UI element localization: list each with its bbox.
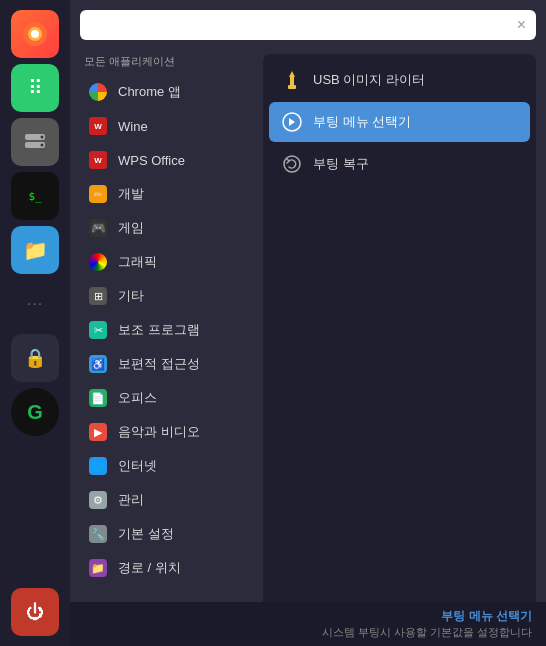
- category-office-icon: 📄: [86, 386, 110, 410]
- category-access[interactable]: ♿ 보편적 접근성: [80, 347, 255, 381]
- category-settings[interactable]: 🔧 기본 설정: [80, 517, 255, 551]
- svg-rect-8: [290, 77, 294, 85]
- category-location-label: 경로 / 위치: [118, 559, 181, 577]
- category-chrome[interactable]: Chrome 앱: [80, 75, 255, 109]
- status-title: 부팅 메뉴 선택기: [84, 608, 532, 625]
- category-media-icon: ▶: [86, 420, 110, 444]
- result-boot-menu-label: 부팅 메뉴 선택기: [313, 113, 411, 131]
- category-utils-icon: ✂: [86, 318, 110, 342]
- category-game-label: 게임: [118, 219, 144, 237]
- category-wine-label: Wine: [118, 119, 148, 134]
- sidebar-icon-firefox[interactable]: [11, 10, 59, 58]
- category-access-icon: ♿: [86, 352, 110, 376]
- category-dev-label: 개발: [118, 185, 144, 203]
- category-chrome-icon: [86, 80, 110, 104]
- category-graphic[interactable]: 그래픽: [80, 245, 255, 279]
- category-settings-icon: 🔧: [86, 522, 110, 546]
- category-other-icon: ⊞: [86, 284, 110, 308]
- category-internet-icon: 🌐: [86, 454, 110, 478]
- result-boot-restore-label: 부팅 복구: [313, 155, 369, 173]
- result-boot-restore[interactable]: 부팅 복구: [269, 144, 530, 184]
- search-clear-icon[interactable]: ×: [517, 16, 526, 34]
- status-description: 시스템 부팅시 사용할 기본값을 설정합니다: [84, 625, 532, 640]
- result-usb-image-writer[interactable]: USB 이미지 라이터: [269, 60, 530, 100]
- result-boot-restore-icon: [279, 151, 305, 177]
- status-bar: 부팅 메뉴 선택기 시스템 부팅시 사용할 기본값을 설정합니다: [70, 602, 546, 646]
- category-office[interactable]: 📄 오피스: [80, 381, 255, 415]
- sidebar-icon-terminal[interactable]: $_: [11, 172, 59, 220]
- category-manage-icon: ⚙: [86, 488, 110, 512]
- result-usb-icon: [279, 67, 305, 93]
- svg-point-11: [284, 156, 300, 172]
- svg-point-5: [41, 136, 44, 139]
- sidebar-separator: ···: [11, 280, 59, 328]
- section-title: 모든 애플리케이션: [80, 54, 255, 69]
- category-other-label: 기타: [118, 287, 144, 305]
- category-location[interactable]: 📁 경로 / 위치: [80, 551, 255, 585]
- category-wps-label: WPS Office: [118, 153, 185, 168]
- category-other[interactable]: ⊞ 기타: [80, 279, 255, 313]
- columns: 모든 애플리케이션 Chrome 앱 W Wine W WPS: [80, 54, 536, 636]
- category-settings-label: 기본 설정: [118, 525, 174, 543]
- category-internet[interactable]: 🌐 인터넷: [80, 449, 255, 483]
- category-manage-label: 관리: [118, 491, 144, 509]
- category-graphic-icon: [86, 250, 110, 274]
- search-bar: 부팅 ×: [80, 10, 536, 40]
- category-graphic-label: 그래픽: [118, 253, 157, 271]
- category-wine[interactable]: W Wine: [80, 109, 255, 143]
- sidebar: ⠿ $_ 📁 ··· 🔒 G ⏻: [0, 0, 70, 646]
- sidebar-icon-grammarly[interactable]: G: [11, 388, 59, 436]
- category-game[interactable]: 🎮 게임: [80, 211, 255, 245]
- category-wine-icon: W: [86, 114, 110, 138]
- sidebar-icon-power[interactable]: ⏻: [11, 588, 59, 636]
- result-boot-menu[interactable]: 부팅 메뉴 선택기: [269, 102, 530, 142]
- category-media[interactable]: ▶ 음악과 비디오: [80, 415, 255, 449]
- category-utils[interactable]: ✂ 보조 프로그램: [80, 313, 255, 347]
- category-game-icon: 🎮: [86, 216, 110, 240]
- svg-point-2: [31, 30, 39, 38]
- category-chrome-label: Chrome 앱: [118, 83, 181, 101]
- category-dev[interactable]: ✏ 개발: [80, 177, 255, 211]
- svg-point-6: [41, 144, 44, 147]
- result-boot-menu-icon: [279, 109, 305, 135]
- right-column: USB 이미지 라이터 부팅 메뉴 선택기: [263, 54, 536, 636]
- result-usb-label: USB 이미지 라이터: [313, 71, 425, 89]
- category-internet-label: 인터넷: [118, 457, 157, 475]
- category-office-label: 오피스: [118, 389, 157, 407]
- category-dev-icon: ✏: [86, 182, 110, 206]
- sidebar-icon-folder[interactable]: 📁: [11, 226, 59, 274]
- category-utils-label: 보조 프로그램: [118, 321, 200, 339]
- sidebar-icon-storage[interactable]: [11, 118, 59, 166]
- sidebar-icon-apps[interactable]: ⠿: [11, 64, 59, 112]
- category-wps[interactable]: W WPS Office: [80, 143, 255, 177]
- search-input[interactable]: 부팅: [90, 17, 517, 34]
- sidebar-icon-lock[interactable]: 🔒: [11, 334, 59, 382]
- svg-marker-7: [289, 71, 295, 77]
- main-content: 부팅 × 모든 애플리케이션 Chrome 앱 W Wine: [70, 0, 546, 646]
- category-manage[interactable]: ⚙ 관리: [80, 483, 255, 517]
- category-media-label: 음악과 비디오: [118, 423, 200, 441]
- svg-rect-9: [288, 85, 296, 89]
- left-column: 모든 애플리케이션 Chrome 앱 W Wine W WPS: [80, 54, 255, 636]
- category-wps-icon: W: [86, 148, 110, 172]
- category-access-label: 보편적 접근성: [118, 355, 200, 373]
- category-location-icon: 📁: [86, 556, 110, 580]
